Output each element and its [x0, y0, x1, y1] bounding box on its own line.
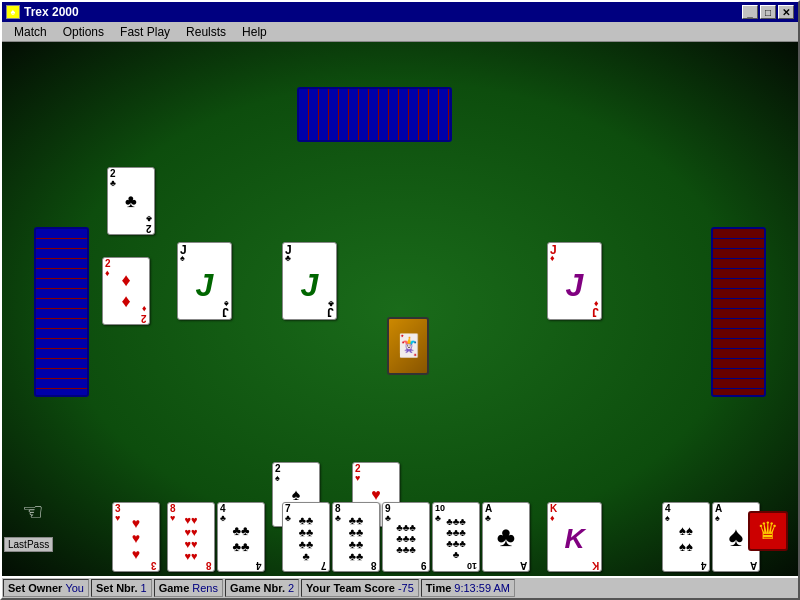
- last-pass-label: LastPass: [4, 537, 53, 552]
- title-bar-left: ♠ Trex 2000: [6, 5, 79, 19]
- app-window: ♠ Trex 2000 _ □ ✕ Match Options Fast Pla…: [0, 0, 800, 600]
- card-king-diamonds[interactable]: K ♦ K K: [547, 502, 602, 572]
- app-icon: ♠: [6, 5, 20, 19]
- card-jack-diamonds: J ♦ J J ♦: [547, 242, 602, 320]
- game-area: 2 ♣ ♣ 2 ♣ 2 ♦ ♦♦ 2 ♦ J ♠ J J ♠ J ♣ J J: [2, 42, 798, 576]
- crown-icon: ♛: [748, 511, 788, 551]
- card-jack-spades-1: J ♠ J J ♠: [177, 242, 232, 320]
- game-nbr-label: Game Nbr.: [230, 582, 285, 594]
- status-game: Game Rens: [154, 579, 223, 597]
- card-2clubs-top: 2 ♣ ♣ 2 ♣: [107, 167, 155, 235]
- hand-cursor: ☜: [22, 498, 44, 526]
- title-bar-buttons: _ □ ✕: [742, 5, 794, 19]
- set-owner-label: Set Owner: [8, 582, 62, 594]
- menu-help[interactable]: Help: [234, 23, 275, 41]
- title-bar: ♠ Trex 2000 _ □ ✕: [2, 2, 798, 22]
- app-title: Trex 2000: [24, 5, 79, 19]
- top-deck: [297, 87, 457, 142]
- card-8clubs[interactable]: 8 ♣ ♣♣♣♣♣♣♣♣ 8: [332, 502, 380, 572]
- close-button[interactable]: ✕: [778, 5, 794, 19]
- left-deck: [34, 227, 89, 402]
- time-value: 9:13:59 AM: [454, 582, 510, 594]
- set-owner-value: You: [65, 582, 84, 594]
- game-value: Rens: [192, 582, 218, 594]
- game-nbr-value: 2: [288, 582, 294, 594]
- set-nbr-value: 1: [141, 582, 147, 594]
- menu-reulsts[interactable]: Reulsts: [178, 23, 234, 41]
- minimize-button[interactable]: _: [742, 5, 758, 19]
- card-10clubs[interactable]: 10 ♣ ♣♣♣♣♣♣♣♣♣♣ 10: [432, 502, 480, 572]
- card-4clubs[interactable]: 4 ♣ ♣♣♣♣ 4: [217, 502, 265, 572]
- card-2diamonds: 2 ♦ ♦♦ 2 ♦: [102, 257, 150, 325]
- status-bar: Set Owner You Set Nbr. 1 Game Rens Game …: [2, 576, 798, 598]
- card-8hearts[interactable]: 8 ♥ ♥♥♥♥♥♥♥♥ 8: [167, 502, 215, 572]
- card-ace-clubs[interactable]: A ♣ ♣ A: [482, 502, 530, 572]
- menu-bar: Match Options Fast Play Reulsts Help: [2, 22, 798, 42]
- card-jack-clubs: J ♣ J J ♣: [282, 242, 337, 320]
- team-score-value: -75: [398, 582, 414, 594]
- team-score-label: Your Team Score: [306, 582, 395, 594]
- card-4spades[interactable]: 4 ♠ ♠♠♠♠ 4: [662, 502, 710, 572]
- status-set-nbr: Set Nbr. 1: [91, 579, 152, 597]
- card-9clubs[interactable]: 9 ♣ ♣♣♣♣♣♣♣♣♣ 9: [382, 502, 430, 572]
- maximize-button[interactable]: □: [760, 5, 776, 19]
- status-set-owner: Set Owner You: [3, 579, 89, 597]
- menu-match[interactable]: Match: [6, 23, 55, 41]
- card-3hearts[interactable]: 3 ♥ ♥♥♥ 3: [112, 502, 160, 572]
- card-joker-center: 🃏: [387, 317, 429, 375]
- time-label: Time: [426, 582, 451, 594]
- status-time: Time 9:13:59 AM: [421, 579, 515, 597]
- game-label: Game: [159, 582, 190, 594]
- menu-fastplay[interactable]: Fast Play: [112, 23, 178, 41]
- menu-options[interactable]: Options: [55, 23, 112, 41]
- status-team-score: Your Team Score -75: [301, 579, 419, 597]
- card-7clubs[interactable]: 7 ♣ ♣♣♣♣♣♣♣ 7: [282, 502, 330, 572]
- status-game-nbr: Game Nbr. 2: [225, 579, 299, 597]
- right-deck: [711, 227, 766, 402]
- set-nbr-label: Set Nbr.: [96, 582, 138, 594]
